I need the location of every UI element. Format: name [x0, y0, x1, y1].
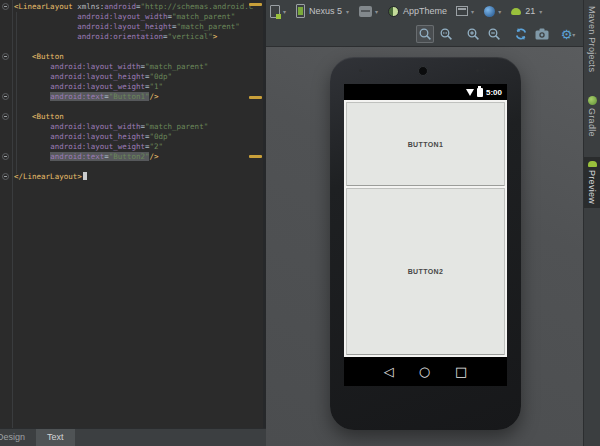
preview-pane: ▾ Nexus 5 ▾ ▾ AppTheme ▾	[266, 0, 584, 446]
code-token: <LinearLayout	[14, 2, 77, 11]
fold-icon[interactable]	[2, 93, 9, 100]
code-token: android:layout_height	[50, 72, 145, 81]
tab-text[interactable]: Text	[36, 429, 75, 446]
code-line[interactable]	[14, 42, 253, 52]
preview-toolbar: ▾ Nexus 5 ▾ ▾ AppTheme ▾	[266, 0, 584, 47]
code-token: />	[149, 92, 158, 101]
code-token: "0dp"	[149, 132, 172, 141]
fold-icon[interactable]	[2, 153, 9, 160]
preview-canvas[interactable]: 5:00 BUTTON1 BUTTON2 ◁ ○ □	[266, 47, 584, 446]
code-token	[14, 12, 77, 21]
code-token	[14, 62, 50, 71]
code-token: "Button2"	[109, 152, 150, 161]
code-token: </LinearLayout>	[14, 172, 82, 181]
code-token: "Button1"	[109, 92, 150, 101]
android-robot-icon	[511, 8, 521, 15]
code-token	[14, 82, 50, 91]
error-stripe-mark[interactable]	[249, 96, 262, 99]
code-token	[14, 22, 77, 31]
code-token	[14, 142, 50, 151]
code-line[interactable]: android:layout_weight="1"	[14, 82, 253, 92]
code-line[interactable]: <LinearLayout xmlns:android="http://sche…	[14, 2, 253, 12]
android-studio-window: <LinearLayout xmlns:android="http://sche…	[0, 0, 600, 446]
fold-icon[interactable]	[2, 173, 9, 180]
code-line[interactable]: android:text="Button1"/>	[14, 92, 253, 102]
zoom-actual-button[interactable]	[437, 25, 455, 43]
preview-button2[interactable]: BUTTON2	[346, 188, 505, 355]
code-line[interactable]: android:layout_width="match_parent"	[14, 62, 253, 72]
device-screen: 5:00 BUTTON1 BUTTON2 ◁ ○ □	[344, 84, 507, 386]
zoom-out-button[interactable]	[485, 25, 503, 43]
preview-zoom-row: ⚙ ▾	[416, 24, 578, 44]
android-icon	[588, 161, 597, 167]
editor-gutter[interactable]	[0, 0, 13, 428]
zoom-in-button[interactable]	[464, 25, 482, 43]
code-area[interactable]: <LinearLayout xmlns:android="http://sche…	[14, 2, 253, 182]
code-token: android	[104, 2, 136, 11]
front-camera	[418, 66, 428, 76]
editor-bottom-tabs: DesignText	[0, 428, 266, 446]
code-token	[14, 52, 32, 61]
virtual-device-icon	[359, 6, 372, 17]
code-token	[14, 112, 32, 121]
text-caret	[83, 172, 87, 180]
code-line[interactable]: android:layout_height="0dp"	[14, 132, 253, 142]
preview-settings-button[interactable]: ⚙ ▾	[560, 25, 578, 43]
code-token: "match_parent"	[145, 122, 208, 131]
status-bar: 5:00	[344, 84, 507, 100]
code-line[interactable]: android:layout_weight="2"	[14, 142, 253, 152]
screenshot-button[interactable]	[533, 25, 551, 43]
code-token: >	[213, 32, 218, 41]
code-line[interactable]: <Button	[14, 52, 253, 62]
target-selector[interactable]: ▾	[359, 6, 380, 17]
error-stripe-mark[interactable]	[249, 3, 262, 6]
preview-button1[interactable]: BUTTON1	[346, 102, 505, 186]
code-line[interactable]: android:layout_width="match_parent"	[14, 12, 253, 22]
fold-icon[interactable]	[2, 3, 9, 10]
fold-icon[interactable]	[2, 53, 9, 60]
sensor-dot	[483, 69, 485, 71]
theme-label: AppTheme	[403, 6, 447, 16]
layout-orientation-icon	[270, 5, 280, 18]
camera-icon	[535, 27, 549, 41]
tab-design[interactable]: Design	[0, 429, 36, 446]
magnifier-actual-size-icon	[439, 27, 454, 42]
preview-config-row: ▾ Nexus 5 ▾ ▾ AppTheme ▾	[270, 2, 548, 20]
code-line[interactable]: android:orientation="vertical">	[14, 32, 253, 42]
code-line[interactable]: android:text="Button2"/>	[14, 152, 253, 162]
code-line[interactable]: <Button	[14, 112, 253, 122]
code-token	[14, 72, 50, 81]
locale-selector[interactable]: ▾	[484, 6, 503, 17]
code-line[interactable]: android:layout_width="match_parent"	[14, 122, 253, 132]
code-line[interactable]: android:layout_height="0dp"	[14, 72, 253, 82]
sidebar-tab-label: Preview	[587, 170, 597, 204]
fold-icon[interactable]	[2, 113, 9, 120]
code-token: "0dp"	[149, 72, 172, 81]
sidebar-tab-maven-projects[interactable]: Maven Projects	[584, 2, 600, 76]
code-line[interactable]	[14, 102, 253, 112]
orientation-selector[interactable]: ▾	[270, 5, 288, 18]
device-selector[interactable]: Nexus 5 ▾	[296, 4, 351, 18]
activity-icon	[456, 6, 468, 16]
sidebar-tab-preview[interactable]: Preview	[584, 157, 600, 208]
code-line[interactable]	[14, 162, 253, 172]
refresh-button[interactable]	[512, 25, 530, 43]
code-token: "match_parent"	[172, 12, 235, 21]
sidebar-tab-gradle[interactable]: Gradle	[584, 92, 600, 141]
code-line[interactable]: </LinearLayout>	[14, 172, 253, 182]
chevron-down-icon: ▾	[346, 8, 349, 15]
sensor-dot	[476, 69, 479, 72]
api-level-selector[interactable]: 21 ▾	[511, 6, 544, 16]
editor-pane[interactable]: <LinearLayout xmlns:android="http://sche…	[0, 0, 263, 446]
activity-selector[interactable]: ▾	[456, 6, 476, 16]
error-stripe-mark[interactable]	[249, 155, 262, 158]
zoom-fit-button[interactable]	[416, 25, 434, 43]
code-token: xmlns:	[77, 2, 104, 11]
code-line[interactable]: android:layout_height="match_parent"	[14, 22, 253, 32]
sidebar-tab-label: Gradle	[587, 108, 597, 137]
theme-selector[interactable]: AppTheme	[388, 6, 448, 17]
back-icon: ◁	[384, 365, 394, 378]
code-token: <Button	[32, 52, 64, 61]
code-token: android:orientation	[77, 32, 163, 41]
code-token	[14, 152, 50, 161]
